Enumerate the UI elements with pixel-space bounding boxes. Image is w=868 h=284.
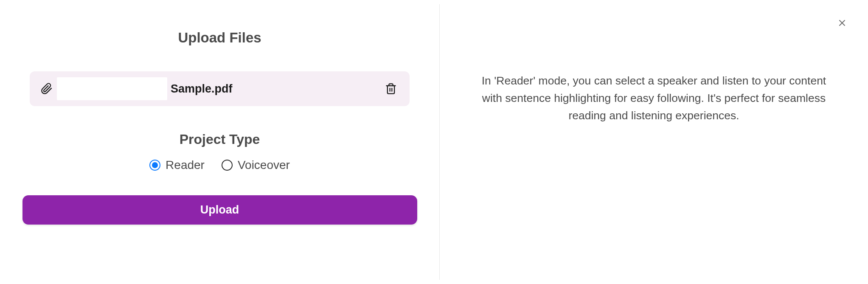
project-type-title: Project Type [180,132,260,147]
file-row: Sample.pdf [30,71,410,106]
file-preview-box [57,77,167,100]
file-name: Sample.pdf [171,82,383,96]
delete-file-button[interactable] [383,81,399,96]
project-type-radio-group: Reader Voiceover [149,158,290,172]
mode-description: In 'Reader' mode, you can select a speak… [465,72,843,124]
radio-reader-label: Reader [166,158,205,172]
attachment-icon [41,83,53,95]
radio-voiceover-label: Voiceover [238,158,290,172]
upload-panel: Upload Files Sample.pdf Project Type [0,0,439,284]
radio-reader[interactable]: Reader [149,158,205,172]
trash-icon [385,83,397,95]
radio-unselected-icon [222,160,233,171]
close-button[interactable] [835,16,849,31]
page-title: Upload Files [178,30,261,46]
info-panel: In 'Reader' mode, you can select a speak… [440,0,868,284]
upload-button[interactable]: Upload [22,195,417,225]
radio-voiceover[interactable]: Voiceover [222,158,290,172]
close-icon [837,23,847,29]
radio-selected-icon [149,160,160,171]
